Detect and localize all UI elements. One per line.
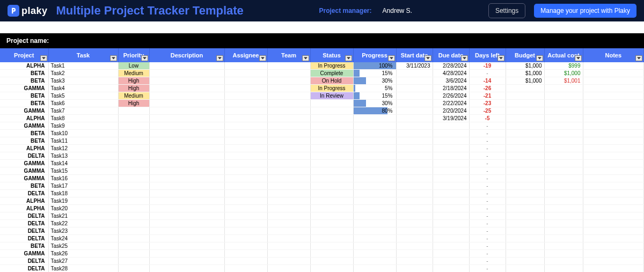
cell-team[interactable]: [267, 212, 310, 220]
cell-progress[interactable]: 5%: [353, 85, 396, 92]
col-header-progress[interactable]: Progress: [353, 48, 396, 62]
cell-task[interactable]: Task25: [48, 242, 118, 250]
cell-date[interactable]: 3/6/2024: [433, 77, 469, 85]
cell-budget[interactable]: [506, 160, 544, 167]
cell-date[interactable]: [396, 242, 433, 250]
cell-team[interactable]: [267, 145, 310, 152]
cell-date[interactable]: [433, 242, 469, 250]
cell-date[interactable]: [396, 145, 433, 152]
cell-task[interactable]: Task14: [48, 160, 118, 167]
cell-team[interactable]: [267, 160, 310, 167]
cell-project[interactable]: BETA: [0, 70, 48, 77]
cell-days[interactable]: -: [469, 137, 506, 145]
cell-task[interactable]: Task26: [48, 250, 118, 258]
cell-status[interactable]: [310, 197, 353, 205]
cell-days[interactable]: -: [469, 242, 506, 250]
cell-desc[interactable]: [149, 100, 224, 107]
cell-team[interactable]: [267, 85, 310, 92]
cell-status[interactable]: [310, 235, 353, 242]
cell-project[interactable]: DELTA: [0, 152, 48, 160]
cell-desc[interactable]: [149, 227, 224, 235]
cell-budget[interactable]: [506, 122, 544, 130]
cell-actual[interactable]: [544, 182, 583, 190]
cell-date[interactable]: 4/28/2024: [433, 70, 469, 77]
cell-date[interactable]: [433, 122, 469, 130]
cell-priority[interactable]: [118, 258, 149, 265]
cell-assignee[interactable]: [224, 100, 267, 107]
cell-team[interactable]: [267, 242, 310, 250]
cell-project[interactable]: GAMMA: [0, 122, 48, 130]
cell-desc[interactable]: [149, 107, 224, 115]
cell-team[interactable]: [267, 107, 310, 115]
cell-project[interactable]: DELTA: [0, 212, 48, 220]
cell-budget[interactable]: [506, 212, 544, 220]
cell-days[interactable]: -: [469, 152, 506, 160]
cell-priority[interactable]: [118, 152, 149, 160]
cell-date[interactable]: [396, 167, 433, 175]
cell-project[interactable]: ALPHA: [0, 197, 48, 205]
cell-actual[interactable]: [544, 227, 583, 235]
filter-dropdown-icon[interactable]: [110, 55, 117, 61]
cell-project[interactable]: GAMMA: [0, 160, 48, 167]
cell-team[interactable]: [267, 130, 310, 137]
cell-status[interactable]: [310, 175, 353, 182]
cell-date[interactable]: [396, 212, 433, 220]
cell-task[interactable]: Task8: [48, 115, 118, 122]
cell-task[interactable]: Task17: [48, 182, 118, 190]
cell-budget[interactable]: [506, 115, 544, 122]
cell-date[interactable]: [396, 100, 433, 107]
cell-budget[interactable]: [506, 197, 544, 205]
cell-date[interactable]: [396, 175, 433, 182]
cell-project[interactable]: GAMMA: [0, 175, 48, 182]
cell-project[interactable]: ALPHA: [0, 205, 48, 212]
cell-notes[interactable]: [583, 107, 644, 115]
cell-budget[interactable]: [506, 258, 544, 265]
cell-days[interactable]: -: [469, 145, 506, 152]
cell-progress[interactable]: [353, 160, 396, 167]
cell-assignee[interactable]: [224, 62, 267, 70]
cell-date[interactable]: [433, 167, 469, 175]
cell-days[interactable]: -5: [469, 115, 506, 122]
cell-project[interactable]: ALPHA: [0, 145, 48, 152]
cell-notes[interactable]: [583, 152, 644, 160]
cell-date[interactable]: [433, 258, 469, 265]
cell-budget[interactable]: [506, 242, 544, 250]
cell-date[interactable]: [396, 160, 433, 167]
cell-status[interactable]: On Hold: [310, 77, 353, 85]
cell-task[interactable]: Task21: [48, 212, 118, 220]
cell-progress[interactable]: 100%: [353, 62, 396, 70]
cell-progress[interactable]: [353, 205, 396, 212]
filter-dropdown-icon[interactable]: [40, 55, 47, 61]
cell-progress[interactable]: [353, 227, 396, 235]
cell-assignee[interactable]: [224, 92, 267, 100]
cell-assignee[interactable]: [224, 212, 267, 220]
cell-team[interactable]: [267, 227, 310, 235]
cell-priority[interactable]: Low: [118, 62, 149, 70]
cell-budget[interactable]: [506, 235, 544, 242]
cell-days[interactable]: -14: [469, 77, 506, 85]
cell-budget[interactable]: [506, 107, 544, 115]
cell-actual[interactable]: $999: [544, 62, 583, 70]
cell-notes[interactable]: [583, 220, 644, 227]
filter-dropdown-icon[interactable]: [461, 55, 468, 61]
cell-task[interactable]: Task4: [48, 85, 118, 92]
cell-project[interactable]: BETA: [0, 137, 48, 145]
cell-actual[interactable]: [544, 220, 583, 227]
cell-actual[interactable]: [544, 167, 583, 175]
cell-days[interactable]: -: [469, 160, 506, 167]
cell-project[interactable]: DELTA: [0, 227, 48, 235]
cell-priority[interactable]: [118, 250, 149, 258]
cell-budget[interactable]: $1,000: [506, 77, 544, 85]
cell-days[interactable]: -: [469, 212, 506, 220]
cell-priority[interactable]: [118, 212, 149, 220]
cell-budget[interactable]: [506, 137, 544, 145]
cell-team[interactable]: [267, 220, 310, 227]
cell-date[interactable]: [396, 205, 433, 212]
cell-desc[interactable]: [149, 220, 224, 227]
cell-project[interactable]: BETA: [0, 77, 48, 85]
filter-dropdown-icon[interactable]: [575, 55, 582, 61]
col-header-assignee[interactable]: Assignee: [224, 48, 267, 62]
cell-project[interactable]: BETA: [0, 100, 48, 107]
cell-date[interactable]: [396, 122, 433, 130]
table-row[interactable]: BETATask11-: [0, 137, 644, 145]
